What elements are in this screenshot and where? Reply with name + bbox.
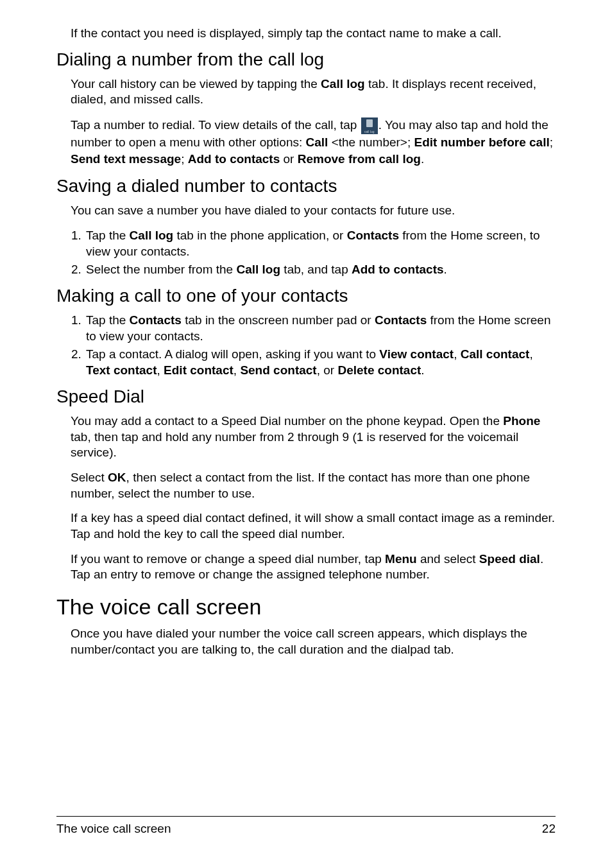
text: or — [280, 152, 297, 166]
text: , — [529, 347, 532, 361]
text: , — [157, 363, 164, 377]
text: . — [444, 263, 447, 276]
text: tab, then tap and hold any number from 2… — [71, 430, 518, 460]
page-footer: The voice call screen 22 — [56, 816, 556, 836]
list-item: Tap the Contacts tab in the onscreen num… — [85, 313, 556, 344]
text: , or — [317, 363, 338, 377]
bold: Delete contact — [337, 363, 421, 377]
footer-title: The voice call screen — [56, 822, 171, 836]
bold: Add to contacts — [188, 152, 280, 166]
text: tab, and tap — [280, 263, 352, 276]
list-item: Select the number from the Call log tab,… — [85, 262, 556, 278]
bold: Speed dial — [479, 552, 540, 566]
voice-p1: Once you have dialed your number the voi… — [71, 626, 556, 657]
bold: Contacts — [347, 229, 399, 242]
text: tab in the phone application, or — [173, 229, 346, 242]
speed-p1: You may add a contact to a Speed Dial nu… — [71, 413, 556, 461]
bold: Call log — [236, 263, 280, 276]
bold: Add to contacts — [352, 263, 444, 276]
bold: Send text message — [71, 152, 181, 166]
text: Tap a number to redial. To view details … — [71, 118, 361, 132]
list-item: Tap a contact. A dialog will open, askin… — [85, 347, 556, 378]
text: <the number>; — [328, 135, 414, 149]
text: If you want to remove or change a speed … — [71, 552, 385, 566]
bold: Call log — [321, 77, 365, 91]
text: , then select a contact from the list. I… — [71, 471, 530, 500]
text: , — [234, 363, 241, 377]
bold: View contact — [379, 347, 454, 361]
heading-speed: Speed Dial — [56, 386, 556, 407]
bold: Call contact — [461, 347, 530, 361]
saving-list: Tap the Call log tab in the phone applic… — [71, 228, 556, 278]
bold: OK — [108, 471, 126, 484]
footer-line — [56, 816, 556, 817]
text: tab in the onscreen number pad or — [182, 313, 375, 327]
bold: Contacts — [130, 313, 182, 327]
text: Tap the — [86, 229, 130, 242]
text: Select the number from the — [86, 263, 236, 276]
bold: Menu — [385, 552, 417, 566]
bold: Edit number before call — [414, 135, 550, 149]
text: You may add a contact to a Speed Dial nu… — [71, 414, 503, 428]
saving-p1: You can save a number you have dialed to… — [71, 203, 556, 219]
speed-p4: If you want to remove or change a speed … — [71, 551, 556, 583]
making-list: Tap the Contacts tab in the onscreen num… — [71, 313, 556, 379]
heading-voice: The voice call screen — [56, 595, 556, 620]
bold: Phone — [503, 414, 540, 428]
speed-p2: Select OK, then select a contact from th… — [71, 470, 556, 501]
page-number: 22 — [542, 822, 556, 836]
text: Select — [71, 471, 108, 484]
text: Tap the — [86, 313, 130, 327]
intro-text: If the contact you need is displayed, si… — [71, 26, 556, 42]
bold: Text contact — [86, 363, 157, 377]
text: ; — [550, 135, 553, 149]
heading-making: Making a call to one of your contacts — [56, 286, 556, 306]
bold: Call log — [130, 229, 174, 242]
bold: Send contact — [240, 363, 316, 377]
bold: Remove from call log — [298, 152, 421, 166]
text: Your call history can be viewed by tappi… — [71, 77, 321, 91]
heading-saving: Saving a dialed number to contacts — [56, 176, 556, 196]
list-item: Tap the Call log tab in the phone applic… — [85, 228, 556, 259]
bold: Contacts — [375, 313, 427, 327]
text: Tap a contact. A dialog will open, askin… — [86, 347, 379, 361]
text: and select — [417, 552, 479, 566]
footer-content: The voice call screen 22 — [56, 822, 556, 836]
text: ; — [181, 152, 188, 166]
dialing-p1: Your call history can be viewed by tappi… — [71, 76, 556, 108]
text: . — [421, 152, 424, 166]
text: , — [454, 347, 461, 361]
heading-dialing: Dialing a number from the call log — [56, 49, 556, 70]
bold: Edit contact — [164, 363, 234, 377]
call-log-icon — [361, 117, 378, 134]
dialing-p2: Tap a number to redial. To view details … — [71, 117, 556, 167]
bold: Call — [306, 135, 328, 149]
text: . — [421, 363, 424, 377]
speed-p3: If a key has a speed dial contact define… — [71, 510, 556, 542]
